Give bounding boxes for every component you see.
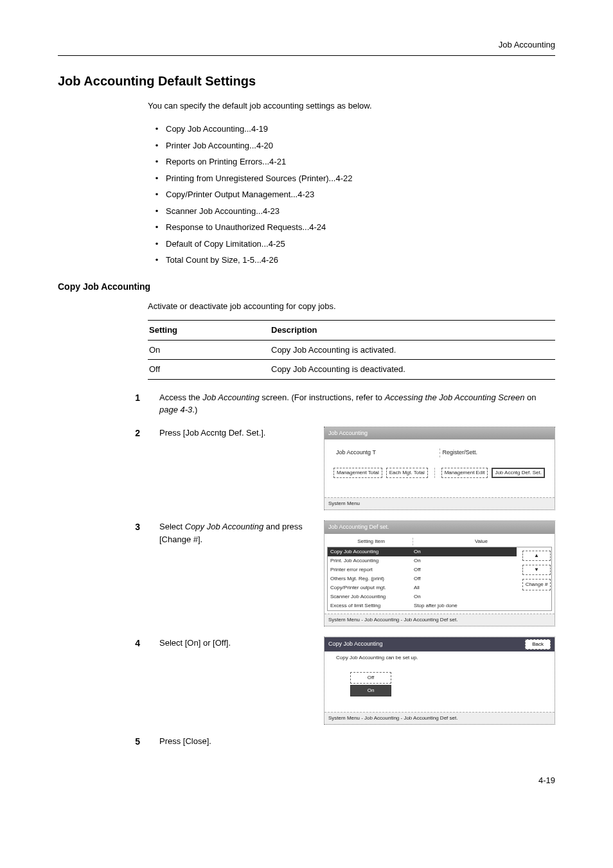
header-rule: [58, 55, 555, 56]
step-text: Select [On] or [Off].: [159, 637, 311, 650]
list-item: Printer Job Accounting...4-20: [148, 137, 555, 154]
panel-subtitle: Copy Job Accounting can be set up.: [324, 651, 555, 672]
step-text: Access the Job Accounting screen. (For i…: [159, 391, 555, 416]
list-item: Reports on Printing Errors...4-21: [148, 154, 555, 170]
list-item[interactable]: Others Mgt. Reg. (print)Off: [328, 574, 517, 583]
section-intro: Activate or deactivate job accounting fo…: [148, 300, 555, 313]
list-item: Scanner Job Accounting...4-23: [148, 203, 555, 220]
panel-label: Job Accountg T: [336, 448, 437, 457]
list-item[interactable]: Scanner Job AccountingOn: [328, 592, 517, 601]
step-number: 3: [135, 522, 140, 532]
job-accntg-def-set-button[interactable]: Job Accntg Def. Set.: [492, 468, 544, 479]
panel-footer: System Menu - Job Accounting - Job Accou…: [324, 712, 555, 724]
cell-desc: Copy Job Accounting is deactivated.: [270, 360, 555, 380]
panel-def-set-list: Job Accounting Def set. Setting Item Val…: [324, 520, 555, 626]
back-button[interactable]: Back: [525, 639, 551, 650]
panel-title: Copy Job Accounting: [328, 640, 383, 649]
cell-desc: Copy Job Accounting is activated.: [270, 340, 555, 360]
doc-header: Job Accounting: [58, 39, 555, 55]
list-item[interactable]: Print. Job AccountingOn: [328, 556, 517, 565]
list-item[interactable]: Copy/Printer output mgt.All: [328, 583, 517, 592]
panel-footer: System Menu: [324, 497, 555, 509]
change-button[interactable]: Change #: [522, 579, 551, 590]
panel-copy-job-accounting: Copy Job Accounting Back Copy Job Accoun…: [324, 637, 555, 725]
list-item: Copy Job Accounting...4-19: [148, 121, 555, 137]
step-number: 2: [135, 428, 140, 438]
section-heading: Copy Job Accounting: [58, 280, 555, 294]
th-description: Description: [270, 321, 555, 341]
list-item: Copy/Printer Output Management...4-23: [148, 186, 555, 203]
cell-setting: On: [148, 340, 270, 360]
page-title: Job Accounting Default Settings: [58, 71, 555, 91]
mgmt-total-button[interactable]: Management Total: [333, 468, 382, 479]
panel-title: Job Accounting Def set.: [324, 521, 555, 534]
scroll-up-button[interactable]: ▲: [522, 551, 551, 561]
step-5: 5 Press [Close].: [58, 735, 555, 748]
cell-setting: Off: [148, 360, 270, 380]
step-text: Press [Job Accntg Def. Set.].: [159, 427, 311, 439]
panel-footer: System Menu - Job Accounting - Job Accou…: [324, 614, 555, 626]
col-header: Setting Item: [330, 538, 413, 545]
table-row: On Copy Job Accounting is activated.: [148, 340, 555, 360]
page-number: 4-19: [58, 774, 555, 787]
list-item: Default of Copy Limitation...4-25: [148, 236, 555, 252]
intro-text: You can specify the default job accounti…: [148, 100, 555, 112]
table-row: Off Copy Job Accounting is deactivated.: [148, 360, 555, 380]
step-number: 1: [135, 393, 140, 403]
panel-title: Job Accounting: [324, 427, 555, 440]
step-1: 1 Access the Job Accounting screen. (For…: [58, 391, 555, 416]
list-item: Response to Unauthorized Requests...4-24: [148, 219, 555, 236]
mgmt-edit-button[interactable]: Management Edit: [441, 468, 488, 479]
scroll-down-button[interactable]: ▼: [522, 565, 551, 575]
step-3: 3 Select Copy Job Accounting and press […: [58, 520, 555, 626]
panel-job-accounting: Job Accounting Job Accountg T Register/S…: [324, 427, 555, 511]
step-4: 4 Select [On] or [Off]. Copy Job Account…: [58, 637, 555, 725]
step-2: 2 Press [Job Accntg Def. Set.]. Job Acco…: [58, 427, 555, 511]
step-text: Press [Close].: [159, 735, 555, 748]
col-header: Value: [413, 538, 549, 545]
settings-table: Setting Description On Copy Job Accounti…: [148, 320, 555, 380]
each-mgmt-total-button[interactable]: Each Mgt. Total: [386, 468, 428, 479]
list-item[interactable]: Printer error reportOff: [328, 565, 517, 574]
off-button[interactable]: Off: [350, 672, 391, 684]
panel-label: Register/Sett.: [443, 448, 544, 457]
on-button[interactable]: On: [350, 685, 391, 696]
step-number: 5: [135, 736, 140, 747]
list-item: Total Count by Size, 1-5...4-26: [148, 252, 555, 269]
step-number: 4: [135, 638, 140, 648]
list-item[interactable]: Copy Job AccountingOn: [328, 547, 517, 556]
list-item[interactable]: Excess of limit SettingStop after job do…: [328, 601, 517, 610]
toc-list: Copy Job Accounting...4-19 Printer Job A…: [148, 121, 555, 269]
step-text: Select Copy Job Accounting and press [Ch…: [159, 520, 311, 545]
list-item: Printing from Unregistered Sources (Prin…: [148, 170, 555, 187]
th-setting: Setting: [148, 321, 270, 341]
